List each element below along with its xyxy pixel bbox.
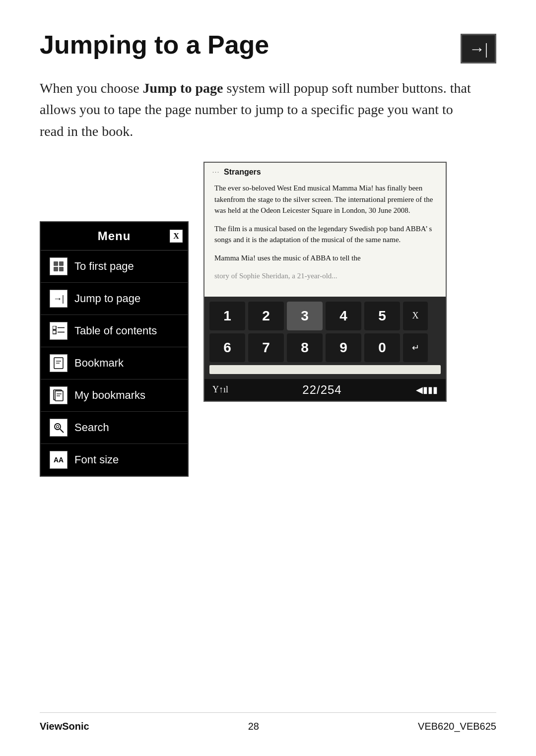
numpad-key-1[interactable]: 1 [209,302,245,330]
numpad-input-bar [209,365,441,374]
bookmark-label: Bookmark [74,357,124,370]
ebook-text: The ever so-beloved West End musical Mam… [204,179,446,297]
numpad-key-8[interactable]: 8 [287,333,323,362]
ebook-paragraph-4: story of Sophie Sheridan, a 21-year-old.… [214,270,436,282]
page-footer: ViewSonic 28 VEB620_VEB625 [40,712,496,732]
menu-item-font-size[interactable]: AA Font size [41,444,188,476]
ebook-paragraph-1: The ever so-beloved West End musical Mam… [214,183,436,216]
menu-item-search[interactable]: Search [41,412,188,444]
menu-item-table-of-contents[interactable]: Table of contents [41,315,188,347]
ebook-status-bar: Y↑ıl 22/254 ◀▮▮▮ [204,379,446,401]
bookmark-icon [50,354,67,372]
numpad-overlay: 1 2 3 4 5 X 6 7 8 9 0 ↵ [204,297,446,379]
page-indicator: 22/254 [302,383,341,397]
search-icon [50,419,67,437]
ebook-paragraph-3: Mamma Mia! uses the music of ABBA to tel… [214,252,436,264]
body-description: When you choose Jump to page system will… [40,77,471,142]
ebook-paragraph-2: The film is a musical based on the legen… [214,223,436,246]
svg-rect-4 [53,326,56,329]
jump-to-page-menu-icon: →| [50,290,67,308]
my-bookmarks-icon [50,386,67,404]
search-label: Search [74,421,109,434]
ebook-panel: ··· Strangers The ever so-beloved West E… [203,162,447,402]
svg-rect-5 [53,330,56,334]
menu-item-jump-to-page[interactable]: →| Jump to page [41,283,188,315]
ebook-screen: ··· Strangers The ever so-beloved West E… [203,162,447,402]
to-first-page-label: To first page [74,260,134,273]
jump-to-page-label: Jump to page [74,292,140,305]
ebook-header: ··· Strangers [204,163,446,179]
main-content: Menu X To first page →| Jump to page [40,162,496,477]
my-bookmarks-label: My bookmarks [74,389,145,402]
menu-item-to-first-page[interactable]: To first page [41,251,188,283]
numpad-row-2: 6 7 8 9 0 ↵ [209,333,441,362]
jump-to-page-icon: →| [461,34,496,63]
menu-panel: Menu X To first page →| Jump to page [40,221,189,477]
menu-title: Menu [98,229,131,243]
ebook-book-title: Strangers [224,168,261,177]
font-size-label: Font size [74,453,119,466]
font-size-icon: AA [50,451,67,469]
to-first-page-icon [50,257,67,275]
numpad-key-4[interactable]: 4 [326,302,361,330]
ebook-dots: ··· [212,169,220,176]
menu-close-button[interactable]: X [170,230,183,243]
svg-point-17 [57,426,59,428]
numpad-key-2[interactable]: 2 [248,302,284,330]
numpad-key-9[interactable]: 9 [326,333,361,362]
table-of-contents-label: Table of contents [74,324,157,337]
menu-item-my-bookmarks[interactable]: My bookmarks [41,379,188,412]
svg-line-16 [60,429,64,433]
page-title: Jumping to a Page [40,30,269,60]
menu-item-bookmark[interactable]: Bookmark [41,347,188,379]
footer-brand: ViewSonic [40,721,89,732]
battery-icon: ◀▮▮▮ [416,384,438,395]
signal-icon: Y↑ıl [212,384,228,395]
numpad-key-0[interactable]: 0 [364,333,400,362]
numpad-key-6[interactable]: 6 [209,333,245,362]
footer-page-number: 28 [248,721,259,732]
numpad-close-button[interactable]: X [403,302,428,330]
table-of-contents-icon [50,322,67,340]
svg-rect-0 [54,261,58,266]
svg-rect-3 [59,267,64,271]
menu-header: Menu X [41,222,188,251]
svg-point-15 [55,424,61,430]
svg-rect-2 [54,267,58,271]
numpad-key-3[interactable]: 3 [287,302,323,330]
numpad-row-1: 1 2 3 4 5 X [209,302,441,330]
footer-model: VEB620_VEB625 [418,721,496,732]
numpad-key-7[interactable]: 7 [248,333,284,362]
numpad-key-5[interactable]: 5 [364,302,400,330]
numpad-enter-button[interactable]: ↵ [403,333,428,362]
svg-rect-1 [59,261,64,266]
